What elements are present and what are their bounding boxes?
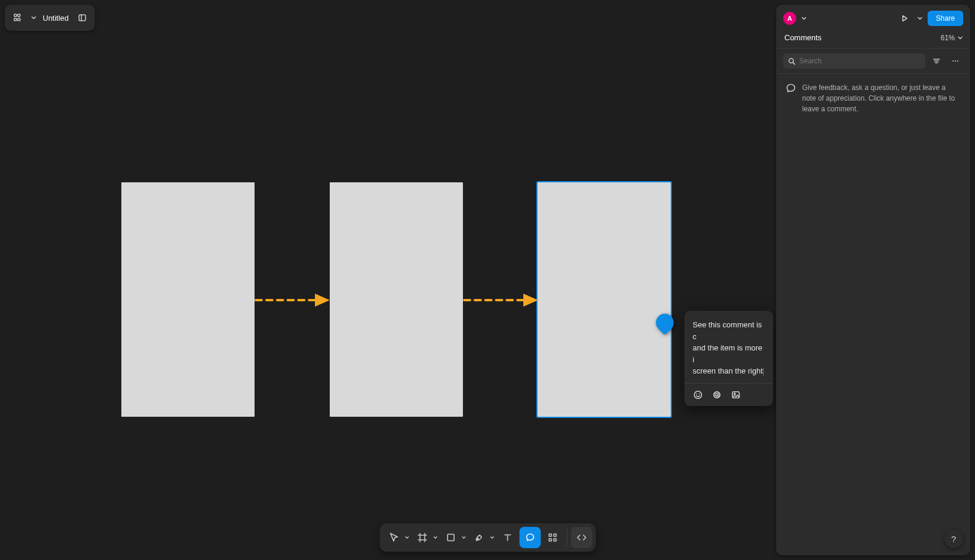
help-label: ? bbox=[951, 534, 956, 544]
help-button[interactable]: ? bbox=[944, 529, 963, 548]
svg-line-18 bbox=[793, 62, 794, 64]
comment-line3: screen than the right bbox=[693, 366, 763, 375]
figma-menu-icon[interactable] bbox=[9, 10, 25, 25]
chevron-down-icon[interactable] bbox=[433, 535, 439, 540]
frame-2[interactable] bbox=[330, 182, 463, 417]
svg-rect-33 bbox=[549, 534, 551, 536]
share-button[interactable]: Share bbox=[928, 11, 963, 26]
top-left-toolbar: Untitled bbox=[5, 5, 95, 31]
svg-rect-29 bbox=[448, 535, 454, 541]
chevron-down-icon[interactable] bbox=[917, 15, 923, 21]
svg-marker-1 bbox=[315, 294, 330, 307]
svg-rect-35 bbox=[549, 539, 551, 541]
comment-tool[interactable] bbox=[519, 527, 540, 548]
comment-bubble-icon bbox=[786, 83, 796, 94]
svg-rect-12 bbox=[18, 14, 20, 17]
avatar-initial: A bbox=[787, 15, 792, 22]
svg-rect-36 bbox=[554, 539, 556, 541]
svg-point-23 bbox=[955, 60, 956, 62]
comments-hint-text: Give feedback, ask a question, or just l… bbox=[802, 82, 961, 114]
sort-icon[interactable] bbox=[929, 53, 944, 69]
present-button[interactable] bbox=[897, 11, 912, 26]
move-tool[interactable] bbox=[383, 527, 404, 548]
chevron-down-icon[interactable] bbox=[490, 535, 495, 540]
panel-toggle-icon[interactable] bbox=[75, 10, 90, 25]
frame-1[interactable] bbox=[121, 182, 255, 417]
svg-point-24 bbox=[957, 60, 958, 62]
svg-rect-14 bbox=[18, 18, 20, 21]
emoji-icon[interactable] bbox=[693, 390, 703, 400]
prototype-arrow-2 bbox=[463, 292, 538, 308]
svg-point-22 bbox=[953, 60, 954, 62]
comment-line2: and the item is more i bbox=[693, 343, 762, 364]
search-input[interactable] bbox=[799, 57, 921, 65]
mention-icon[interactable] bbox=[712, 390, 722, 400]
prototype-arrow-1 bbox=[255, 292, 330, 308]
avatar[interactable]: A bbox=[783, 12, 796, 25]
search-icon bbox=[788, 57, 796, 65]
svg-rect-15 bbox=[79, 15, 86, 21]
svg-rect-11 bbox=[14, 14, 17, 17]
document-title[interactable]: Untitled bbox=[43, 14, 69, 22]
svg-point-5 bbox=[696, 393, 697, 394]
zoom-value: 61% bbox=[941, 34, 955, 42]
actions-tool[interactable] bbox=[542, 527, 563, 548]
right-sidebar: A Share Comments 61% Give feedback, ask … bbox=[776, 5, 970, 555]
comment-line1: See this comment is c bbox=[693, 320, 762, 341]
svg-point-6 bbox=[699, 393, 700, 394]
svg-marker-3 bbox=[523, 294, 538, 307]
svg-point-4 bbox=[694, 391, 702, 398]
pen-tool[interactable] bbox=[468, 527, 490, 548]
comments-hint: Give feedback, ask a question, or just l… bbox=[776, 74, 970, 123]
svg-point-10 bbox=[734, 393, 735, 394]
search-input-wrap[interactable] bbox=[783, 53, 925, 69]
chevron-down-icon[interactable] bbox=[461, 535, 467, 540]
chevron-down-icon[interactable] bbox=[31, 15, 37, 21]
comment-textarea[interactable]: See this comment is c and the item is mo… bbox=[684, 311, 773, 383]
shape-tool[interactable] bbox=[440, 527, 461, 548]
devmode-toggle[interactable] bbox=[571, 527, 592, 548]
svg-rect-13 bbox=[14, 18, 17, 21]
comments-panel-title: Comments bbox=[784, 33, 822, 42]
image-icon[interactable] bbox=[731, 390, 741, 400]
chevron-down-icon[interactable] bbox=[801, 15, 807, 21]
frame-3-selected[interactable] bbox=[538, 182, 671, 417]
svg-rect-34 bbox=[554, 534, 556, 536]
chevron-down-icon[interactable] bbox=[404, 535, 410, 540]
svg-point-30 bbox=[477, 538, 478, 539]
comment-composer[interactable]: See this comment is c and the item is mo… bbox=[684, 311, 773, 406]
zoom-dropdown[interactable]: 61% bbox=[941, 34, 963, 42]
bottom-toolbar bbox=[379, 523, 596, 552]
text-tool[interactable] bbox=[497, 527, 518, 548]
frame-tool[interactable] bbox=[411, 527, 433, 548]
more-icon[interactable] bbox=[948, 53, 963, 69]
